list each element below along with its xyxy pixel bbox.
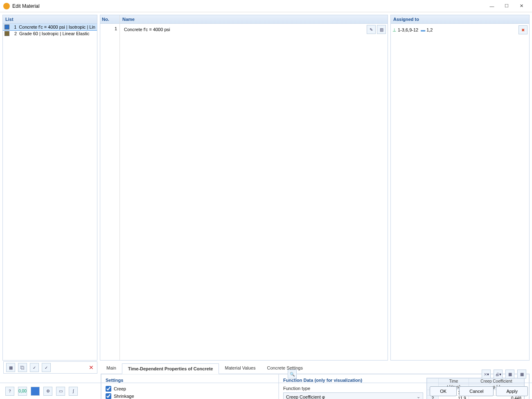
library-icon[interactable]: ▥ bbox=[377, 25, 386, 34]
list-item[interactable]: 2 Grade 60 | Isotropic | Linear Elastic bbox=[3, 30, 97, 37]
assigned-panel: Assigned to ⊥1-3,6,9-12 ▬1,2 ✖ bbox=[390, 15, 530, 361]
tab-material-values[interactable]: Material Values bbox=[219, 363, 261, 374]
print-icon[interactable]: 🖨▾ bbox=[494, 370, 503, 379]
axis-icon[interactable]: ⤬▾ bbox=[482, 370, 491, 379]
no-value: 1 bbox=[100, 24, 119, 34]
tab-concrete-settings[interactable]: Concrete Settings bbox=[261, 363, 308, 374]
list-header: List bbox=[3, 15, 97, 24]
app-icon bbox=[3, 3, 10, 9]
export2-icon[interactable]: ▦ bbox=[517, 370, 526, 379]
view1-icon[interactable] bbox=[31, 387, 40, 396]
no-header: No. bbox=[100, 15, 119, 24]
maximize-button[interactable]: ☐ bbox=[499, 0, 514, 12]
ok-button[interactable]: OK bbox=[430, 386, 457, 396]
tab-time-dependent[interactable]: Time-Dependent Properties of Concrete bbox=[122, 363, 219, 374]
name-input[interactable] bbox=[122, 26, 365, 33]
edit-icon[interactable]: ✎ bbox=[367, 25, 376, 34]
color-swatch bbox=[5, 31, 9, 36]
tabs: Main Time-Dependent Properties of Concre… bbox=[101, 363, 530, 374]
apply-button[interactable]: Apply bbox=[496, 386, 528, 396]
color-swatch bbox=[5, 25, 9, 29]
window-title: Edit Material bbox=[12, 3, 485, 9]
list-item[interactable]: 1 Concrete f'c = 4000 psi | Isotropic | … bbox=[3, 24, 97, 30]
delete-icon[interactable]: ✕ bbox=[87, 363, 96, 372]
units-icon[interactable]: 0,00 bbox=[18, 387, 27, 396]
help-icon[interactable]: ？ bbox=[5, 387, 14, 396]
bottom-bar: ？ 0,00 ⚙ ▭ ∫ OK Cancel Apply bbox=[0, 383, 532, 399]
assigned-header: Assigned to bbox=[391, 15, 529, 24]
settings-header: Settings bbox=[106, 378, 274, 383]
view2-icon[interactable]: ⚙ bbox=[43, 387, 52, 396]
pick-icon[interactable]: ✖ bbox=[518, 25, 527, 34]
view3-icon[interactable]: ▭ bbox=[56, 387, 65, 396]
check2-icon[interactable]: ✓ bbox=[42, 363, 51, 372]
close-button[interactable]: ✕ bbox=[514, 0, 529, 12]
no-name-panel: No. 1 Name ✎ ▥ bbox=[100, 15, 388, 361]
check-icon[interactable]: ✓ bbox=[30, 363, 39, 372]
assigned-members: ⊥1-3,6,9-12 bbox=[392, 27, 418, 33]
materials-list-panel: List 1 Concrete f'c = 4000 psi | Isotrop… bbox=[2, 15, 97, 361]
zoom-icon[interactable]: 🔍 bbox=[288, 370, 297, 379]
funcdata-header: Function Data (only for visualization) bbox=[283, 378, 423, 383]
view4-icon[interactable]: ∫ bbox=[69, 387, 78, 396]
assigned-surfaces: ▬1,2 bbox=[421, 27, 433, 32]
copy-item-icon[interactable]: ⿻ bbox=[18, 363, 27, 372]
list-toolbar: ▦ ⿻ ✓ ✓ ✕ bbox=[3, 361, 97, 374]
new-item-icon[interactable]: ▦ bbox=[6, 363, 15, 372]
titlebar: Edit Material — ☐ ✕ bbox=[0, 0, 532, 12]
export1-icon[interactable]: ▦ bbox=[505, 370, 514, 379]
minimize-button[interactable]: — bbox=[485, 0, 499, 12]
cancel-button[interactable]: Cancel bbox=[459, 386, 494, 396]
name-header: Name bbox=[120, 15, 388, 24]
tab-main[interactable]: Main bbox=[101, 363, 122, 374]
